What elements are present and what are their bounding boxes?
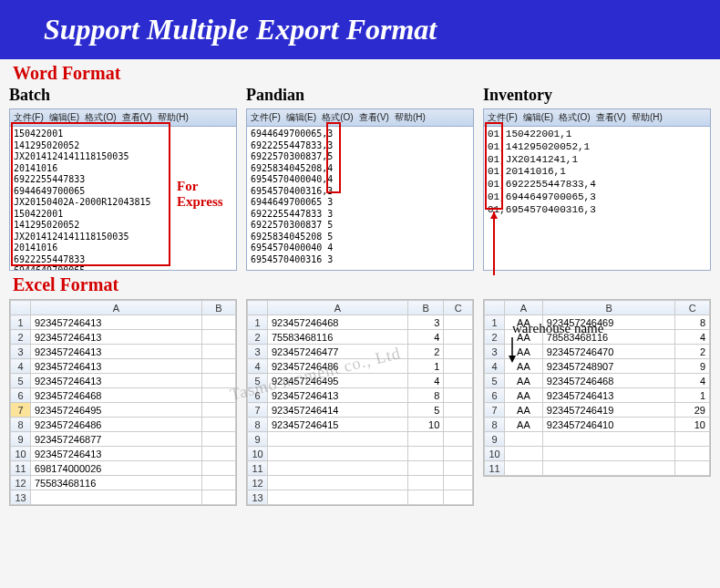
row-number[interactable]: 3	[248, 345, 268, 359]
cell[interactable]	[675, 447, 710, 461]
cell[interactable]	[407, 432, 444, 447]
row-number[interactable]: 2	[485, 330, 505, 345]
menu-view[interactable]: 查看(V)	[359, 111, 389, 124]
col-header[interactable]: A	[31, 301, 202, 315]
cell[interactable]: 75583468116	[31, 476, 202, 490]
cell[interactable]	[444, 359, 473, 374]
cell[interactable]	[268, 461, 408, 476]
cell[interactable]	[444, 461, 473, 476]
row-number[interactable]: 1	[485, 315, 505, 330]
col-header[interactable]: C	[444, 301, 473, 315]
row-number[interactable]: 7	[485, 403, 505, 418]
row-number[interactable]: 4	[248, 359, 268, 374]
cell[interactable]: 923457246413	[31, 315, 202, 330]
cell[interactable]	[201, 388, 235, 403]
row-number[interactable]: 5	[248, 374, 268, 388]
menu-file[interactable]: 文件(F)	[251, 111, 281, 124]
cell[interactable]: 923457246413	[268, 388, 408, 403]
col-header[interactable]	[485, 301, 505, 315]
cell[interactable]: AA	[505, 403, 543, 418]
cell[interactable]: 8	[675, 315, 710, 330]
menu-format[interactable]: 格式(O)	[559, 111, 590, 124]
cell[interactable]: 3	[407, 315, 444, 330]
cell[interactable]	[201, 432, 235, 447]
row-number[interactable]: 5	[485, 374, 505, 388]
row-number[interactable]: 13	[248, 490, 268, 505]
menubar-pandian[interactable]: 文件(F) 编辑(E) 格式(O) 查看(V) 帮助(H)	[246, 108, 474, 127]
cell[interactable]: 9	[675, 359, 710, 374]
col-header[interactable]: B	[407, 301, 444, 315]
row-number[interactable]: 8	[11, 418, 31, 432]
cell[interactable]: 2	[675, 345, 710, 359]
cell[interactable]: 923457246486	[31, 418, 202, 432]
cell[interactable]	[268, 447, 408, 461]
cell[interactable]: 8	[407, 388, 444, 403]
row-number[interactable]: 1	[11, 315, 31, 330]
row-number[interactable]: 5	[11, 374, 31, 388]
cell[interactable]: 923457246495	[31, 403, 202, 418]
menu-edit[interactable]: 编辑(E)	[523, 111, 553, 124]
row-number[interactable]: 7	[11, 403, 31, 418]
row-number[interactable]: 13	[11, 490, 31, 505]
cell[interactable]	[542, 432, 675, 447]
cell[interactable]: 75583468116	[268, 330, 408, 345]
col-header[interactable]: A	[268, 301, 408, 315]
cell[interactable]	[505, 432, 543, 447]
cell[interactable]	[444, 315, 473, 330]
row-number[interactable]: 2	[248, 330, 268, 345]
cell[interactable]	[542, 461, 675, 476]
cell[interactable]	[407, 490, 444, 505]
cell[interactable]: 923457246415	[268, 418, 408, 432]
cell[interactable]	[201, 447, 235, 461]
cell[interactable]	[542, 447, 675, 461]
cell[interactable]	[201, 418, 235, 432]
cell[interactable]	[31, 490, 202, 505]
cell[interactable]: 923457248907	[542, 359, 675, 374]
cell[interactable]	[268, 490, 408, 505]
cell[interactable]: 923457246413	[31, 330, 202, 345]
cell[interactable]: 923457246413	[31, 345, 202, 359]
cell[interactable]: 1	[407, 359, 444, 374]
cell[interactable]	[407, 461, 444, 476]
col-header[interactable]	[11, 301, 31, 315]
col-header[interactable]: B	[201, 301, 235, 315]
cell[interactable]: 923457246468	[31, 388, 202, 403]
cell[interactable]: 4	[675, 374, 710, 388]
row-number[interactable]: 10	[248, 447, 268, 461]
row-number[interactable]: 11	[485, 461, 505, 476]
row-number[interactable]: 7	[248, 403, 268, 418]
cell[interactable]: AA	[505, 388, 543, 403]
row-number[interactable]: 4	[11, 359, 31, 374]
cell[interactable]: 1	[675, 388, 710, 403]
row-number[interactable]: 6	[485, 388, 505, 403]
cell[interactable]	[407, 447, 444, 461]
cell[interactable]	[444, 388, 473, 403]
cell[interactable]: 923457246468	[542, 374, 675, 388]
cell[interactable]: 923457246477	[268, 345, 408, 359]
cell[interactable]: 4	[675, 330, 710, 345]
row-number[interactable]: 3	[485, 345, 505, 359]
menu-edit[interactable]: 编辑(E)	[286, 111, 316, 124]
cell[interactable]: 923457246410	[542, 418, 675, 432]
col-header[interactable]: B	[542, 301, 675, 315]
cell[interactable]	[505, 461, 543, 476]
cell[interactable]: 923457246413	[31, 374, 202, 388]
col-header[interactable]	[248, 301, 268, 315]
cell[interactable]: 923457246495	[268, 374, 408, 388]
cell[interactable]	[268, 432, 408, 447]
row-number[interactable]: 9	[11, 432, 31, 447]
cell[interactable]	[444, 418, 473, 432]
cell[interactable]	[444, 403, 473, 418]
cell[interactable]	[201, 461, 235, 476]
row-number[interactable]: 11	[248, 461, 268, 476]
cell[interactable]	[201, 330, 235, 345]
cell[interactable]	[675, 461, 710, 476]
row-number[interactable]: 9	[248, 432, 268, 447]
cell[interactable]	[268, 476, 408, 490]
cell[interactable]: 29	[675, 403, 710, 418]
cell[interactable]: 923457246877	[31, 432, 202, 447]
cell[interactable]	[201, 374, 235, 388]
row-number[interactable]: 1	[248, 315, 268, 330]
row-number[interactable]: 11	[11, 461, 31, 476]
cell[interactable]	[444, 490, 473, 505]
